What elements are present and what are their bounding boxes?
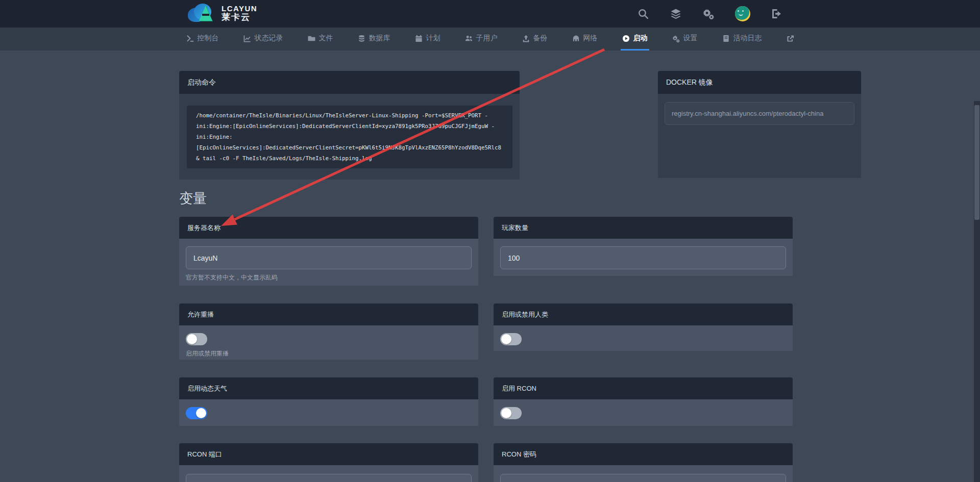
enable-rcon-toggle[interactable] [500, 407, 522, 419]
command-line: [EpicOnlineServices]:DedicatedServerClie… [196, 142, 503, 153]
tab-external-link[interactable] [785, 28, 796, 50]
rcon-password-input[interactable] [500, 474, 786, 482]
command-line: ini:Engine: [196, 132, 503, 142]
tab-files[interactable]: 文件 [306, 28, 335, 50]
variable-title: 玩家数量 [494, 217, 793, 239]
network-icon [572, 35, 580, 42]
tab-activity-log[interactable]: 活动日志 [721, 28, 764, 50]
server-startup-page: LCAYUN 莱卡云 [0, 0, 980, 482]
tab-backups[interactable]: 备份 [521, 28, 549, 50]
startup-command-title: 启动命令 [179, 71, 520, 94]
log-book-icon [722, 35, 730, 42]
brand-name-en: LCAYUN [222, 5, 257, 13]
tab-status-history[interactable]: 状态记录 [242, 28, 285, 50]
search-icon[interactable] [637, 8, 649, 20]
variable-title: RCON 端口 [179, 443, 478, 465]
tab-network[interactable]: 网络 [571, 28, 599, 50]
variable-card-rcon-password: RCON 密码 [494, 443, 793, 482]
rcon-port-input[interactable] [186, 474, 472, 482]
variable-helper-text: 启用或禁用重播 [186, 349, 472, 358]
database-icon [358, 35, 365, 42]
gears-icon [672, 35, 680, 42]
server-name-input[interactable] [186, 246, 472, 269]
external-link-icon [787, 35, 794, 42]
command-line: /home/container/TheIsle/Binaries/Linux/T… [196, 110, 503, 121]
player-count-input[interactable] [500, 246, 786, 269]
avatar-face-icon [735, 6, 749, 20]
layers-icon[interactable] [670, 8, 682, 20]
brand-logo[interactable]: LCAYUN 莱卡云 [188, 3, 257, 24]
variable-card-enable-humans: 启用或禁用人类 [494, 303, 793, 351]
variable-title: 允许重播 [179, 303, 478, 325]
scrollbar-track[interactable] [974, 101, 980, 482]
variable-card-player-count: 玩家数量 [494, 217, 793, 286]
docker-image-input[interactable] [665, 102, 854, 125]
top-header: LCAYUN 莱卡云 [0, 0, 980, 28]
admin-gears-icon[interactable] [702, 8, 715, 20]
brand-name-cn: 莱卡云 [222, 13, 257, 22]
docker-image-panel: DOCKER 镜像 [658, 71, 861, 178]
variable-card-allow-replay: 允许重播 启用或禁用重播 [179, 303, 478, 360]
chart-icon [243, 35, 251, 42]
enable-humans-toggle[interactable] [500, 333, 522, 345]
variable-title: 服务器名称 [179, 217, 478, 239]
avatar[interactable] [735, 6, 750, 21]
variable-card-dynamic-weather: 启用动态天气 [179, 377, 478, 426]
brand-cloud-icon [188, 3, 217, 24]
tab-databases[interactable]: 数据库 [356, 28, 392, 50]
users-icon [465, 35, 473, 42]
tab-subusers[interactable]: 子用户 [463, 28, 499, 50]
variable-title: RCON 密码 [494, 443, 793, 465]
variable-title: 启用 RCON [494, 377, 793, 399]
allow-replay-toggle[interactable] [186, 333, 207, 345]
backup-upload-icon [522, 35, 530, 42]
docker-image-title: DOCKER 镜像 [658, 71, 861, 94]
variable-card-server-name: 服务器名称 官方暂不支持中文，中文显示乱码 [179, 217, 478, 286]
tab-schedules[interactable]: 计划 [413, 28, 442, 50]
startup-command-panel: 启动命令 /home/container/TheIsle/Binaries/Li… [179, 71, 520, 180]
terminal-icon [186, 35, 194, 42]
dynamic-weather-toggle[interactable] [186, 407, 207, 419]
command-line: & tail -c0 -F TheIsle/Saved/Logs/TheIsle… [196, 153, 503, 164]
variable-helper-text: 官方暂不支持中文，中文显示乱码 [186, 273, 472, 282]
calendar-icon [415, 35, 423, 42]
scrollbar-thumb[interactable] [974, 105, 979, 220]
variable-title: 启用动态天气 [179, 377, 478, 399]
tab-console[interactable]: 控制台 [185, 28, 220, 50]
server-tabs: 控制台 状态记录 文件 数据库 计划 子用户 备份 网络 [0, 28, 980, 50]
variable-title: 启用或禁用人类 [494, 303, 793, 325]
tab-settings[interactable]: 设置 [671, 28, 699, 50]
main-content: 启动命令 /home/container/TheIsle/Binaries/Li… [0, 50, 980, 482]
logout-icon[interactable] [771, 8, 783, 20]
variable-card-rcon-port: RCON 端口 [179, 443, 478, 482]
startup-command-code[interactable]: /home/container/TheIsle/Binaries/Linux/T… [187, 106, 512, 168]
variable-card-enable-rcon: 启用 RCON [494, 377, 793, 426]
variables-heading: 变量 [179, 189, 207, 208]
header-actions [637, 0, 783, 28]
folder-icon [308, 35, 315, 42]
command-line: ini:Engine:[EpicOnlineServices]:Dedicate… [196, 121, 503, 132]
play-circle-icon [622, 35, 630, 42]
tab-startup[interactable]: 启动 [621, 28, 649, 50]
